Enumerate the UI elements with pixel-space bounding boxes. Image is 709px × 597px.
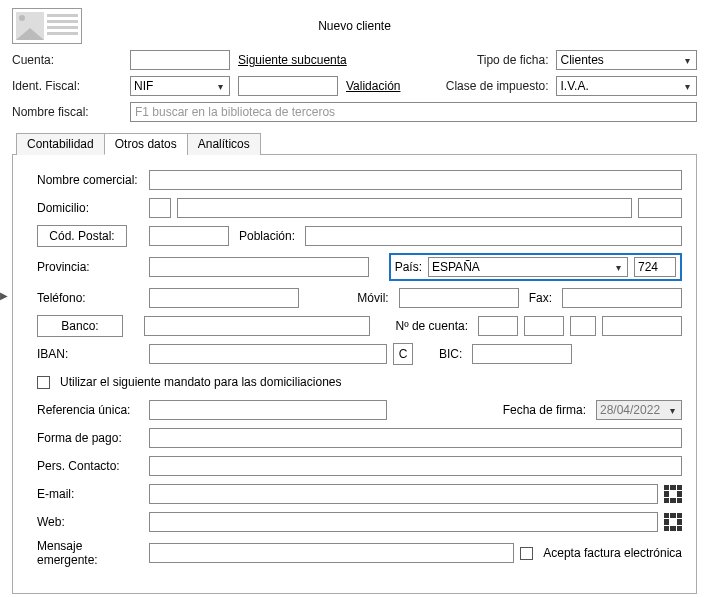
nombre-comercial-label: Nombre comercial: bbox=[37, 173, 143, 187]
n-cuenta-label: Nº de cuenta: bbox=[396, 319, 468, 333]
domicilio-label: Domicilio: bbox=[37, 201, 143, 215]
web-label: Web: bbox=[37, 515, 143, 529]
mensaje-input[interactable] bbox=[149, 543, 514, 563]
mensaje-label: Mensaje emergente: bbox=[37, 539, 143, 567]
iban-input[interactable] bbox=[149, 344, 387, 364]
ref-unica-label: Referencia única: bbox=[37, 403, 143, 417]
poblacion-label: Población: bbox=[239, 229, 295, 243]
cuenta-label: Cuenta: bbox=[12, 53, 122, 67]
qr-icon[interactable] bbox=[664, 513, 682, 531]
qr-icon[interactable] bbox=[664, 485, 682, 503]
forma-pago-input[interactable] bbox=[149, 428, 682, 448]
chevron-down-icon: ▾ bbox=[680, 55, 694, 66]
tipo-ficha-value: Clientes bbox=[560, 53, 603, 67]
movil-label: Móvil: bbox=[357, 291, 388, 305]
cuenta-p1-input[interactable] bbox=[478, 316, 518, 336]
clase-impuesto-value: I.V.A. bbox=[560, 79, 588, 93]
tab-otros-datos[interactable]: Otros datos bbox=[104, 133, 188, 155]
cuenta-p3-input[interactable] bbox=[570, 316, 596, 336]
pais-highlight-box: País: ESPAÑA▾ bbox=[389, 253, 682, 281]
chevron-down-icon: ▾ bbox=[213, 81, 227, 92]
telefono-label: Teléfono: bbox=[37, 291, 143, 305]
ident-fiscal-type-value: NIF bbox=[134, 79, 153, 93]
nombre-fiscal-label: Nombre fiscal: bbox=[12, 105, 122, 119]
fecha-firma-value: 28/04/2022 bbox=[600, 403, 660, 417]
email-input[interactable] bbox=[149, 484, 658, 504]
cuenta-p2-input[interactable] bbox=[524, 316, 564, 336]
banco-button[interactable]: Banco: bbox=[37, 315, 123, 337]
provincia-input[interactable] bbox=[149, 257, 369, 277]
tab-analiticos[interactable]: Analíticos bbox=[187, 133, 261, 155]
domicilio-num-input[interactable] bbox=[638, 198, 682, 218]
tab-contabilidad[interactable]: Contabilidad bbox=[16, 133, 105, 155]
fecha-firma-select[interactable]: 28/04/2022▾ bbox=[596, 400, 682, 420]
cuenta-input[interactable] bbox=[130, 50, 230, 70]
tab-bar: Contabilidad Otros datos Analíticos bbox=[12, 132, 697, 155]
email-label: E-mail: bbox=[37, 487, 143, 501]
fax-input[interactable] bbox=[562, 288, 682, 308]
banco-input[interactable] bbox=[144, 316, 369, 336]
iban-label: IBAN: bbox=[37, 347, 143, 361]
clase-impuesto-label: Clase de impuesto: bbox=[408, 79, 548, 93]
web-input[interactable] bbox=[149, 512, 658, 532]
forma-pago-label: Forma de pago: bbox=[37, 431, 143, 445]
chevron-down-icon: ▾ bbox=[665, 405, 679, 416]
mandato-checkbox[interactable] bbox=[37, 376, 50, 389]
tipo-ficha-select[interactable]: Clientes▾ bbox=[556, 50, 697, 70]
domicilio-prefix-input[interactable] bbox=[149, 198, 171, 218]
ref-unica-input[interactable] bbox=[149, 400, 387, 420]
mandato-label: Utilizar el siguiente mandato para las d… bbox=[60, 375, 341, 389]
ident-fiscal-input[interactable] bbox=[238, 76, 338, 96]
pais-code-input[interactable] bbox=[634, 257, 676, 277]
validacion-link[interactable]: Validación bbox=[346, 79, 400, 93]
cod-postal-input[interactable] bbox=[149, 226, 229, 246]
clase-impuesto-select[interactable]: I.V.A.▾ bbox=[556, 76, 697, 96]
pais-value: ESPAÑA bbox=[432, 260, 480, 274]
tipo-ficha-label: Tipo de ficha: bbox=[408, 53, 548, 67]
pers-contacto-input[interactable] bbox=[149, 456, 682, 476]
telefono-input[interactable] bbox=[149, 288, 299, 308]
tab-panel-otros-datos: Nombre comercial: Domicilio: Cód. Postal… bbox=[12, 155, 697, 594]
chevron-down-icon: ▾ bbox=[680, 81, 694, 92]
domicilio-input[interactable] bbox=[177, 198, 632, 218]
fax-label: Fax: bbox=[529, 291, 552, 305]
nombre-fiscal-input[interactable]: F1 buscar en la biblioteca de terceros bbox=[130, 102, 697, 122]
siguiente-subcuenta-link[interactable]: Siguiente subcuenta bbox=[238, 53, 347, 67]
movil-input[interactable] bbox=[399, 288, 519, 308]
bic-input[interactable] bbox=[472, 344, 572, 364]
nombre-comercial-input[interactable] bbox=[149, 170, 682, 190]
ident-fiscal-type-select[interactable]: NIF▾ bbox=[130, 76, 230, 96]
chevron-down-icon: ▾ bbox=[611, 262, 625, 273]
pais-select[interactable]: ESPAÑA▾ bbox=[428, 257, 628, 277]
acepta-factura-label: Acepta factura electrónica bbox=[543, 546, 682, 560]
pers-contacto-label: Pers. Contacto: bbox=[37, 459, 143, 473]
poblacion-input[interactable] bbox=[305, 226, 682, 246]
window-title: Nuevo cliente bbox=[12, 19, 697, 33]
fecha-firma-label: Fecha de firma: bbox=[503, 403, 586, 417]
bic-label: BIC: bbox=[439, 347, 462, 361]
cod-postal-button[interactable]: Cód. Postal: bbox=[37, 225, 127, 247]
provincia-label: Provincia: bbox=[37, 260, 143, 274]
pais-label: País: bbox=[395, 260, 422, 274]
expand-arrow-icon[interactable]: ▶ bbox=[0, 290, 8, 301]
cuenta-p4-input[interactable] bbox=[602, 316, 682, 336]
ident-fiscal-label: Ident. Fiscal: bbox=[12, 79, 122, 93]
acepta-factura-checkbox[interactable] bbox=[520, 547, 533, 560]
iban-c-button[interactable]: C bbox=[393, 343, 413, 365]
